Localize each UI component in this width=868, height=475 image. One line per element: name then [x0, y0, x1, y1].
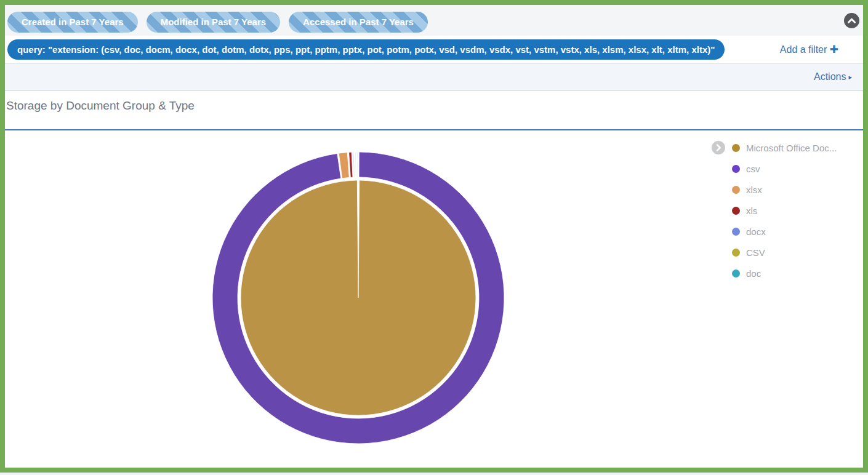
legend-swatch	[732, 228, 740, 236]
legend-label: csv	[746, 164, 760, 174]
legend-label: Microsoft Office Doc...	[746, 143, 837, 153]
legend-swatch	[732, 144, 740, 152]
collapse-button[interactable]	[844, 13, 859, 28]
legend-swatch	[732, 165, 740, 173]
panel-title: Storage by Document Group & Type	[6, 99, 195, 113]
chart-panel: Microsoft Office Doc...csvxlsxxlsdocxCSV…	[5, 129, 863, 468]
legend-item[interactable]: xls	[711, 203, 859, 218]
legend-label: xlsx	[746, 185, 762, 195]
legend-label: docx	[746, 226, 766, 237]
actions-button[interactable]: Actions ▸	[814, 71, 852, 82]
legend-indent	[711, 182, 726, 197]
chart-slice-CSV[interactable]	[355, 152, 356, 177]
query-filter-pill[interactable]: query: "extension: (csv, doc, docm, docx…	[7, 39, 725, 60]
chart-slice-Microsoft Office Doc...[interactable]	[241, 180, 476, 415]
filter-bar: Created in Past 7 YearsModified in Past …	[5, 5, 863, 36]
actions-arrow-icon: ▸	[848, 73, 852, 81]
filter-pill-list: Created in Past 7 YearsModified in Past …	[7, 12, 428, 33]
query-bar: query: "extension: (csv, doc, docm, docx…	[5, 36, 863, 63]
add-filter-button[interactable]: Add a filter ✚	[780, 43, 838, 56]
chart-slice-docx[interactable]	[353, 152, 355, 177]
chart-legend: Microsoft Office Doc...csvxlsxxlsdocxCSV…	[711, 140, 859, 287]
filter-pill[interactable]: Modified in Past 7 Years	[147, 12, 280, 33]
page: Created in Past 7 YearsModified in Past …	[0, 0, 868, 473]
legend-indent	[711, 203, 726, 218]
legend-indent	[711, 266, 726, 281]
title-row: Storage by Document Group & Type	[5, 90, 863, 129]
legend-label: doc	[746, 268, 761, 279]
chart-slice-doc[interactable]	[357, 152, 358, 177]
legend-item[interactable]: xlsx	[711, 182, 859, 197]
legend-swatch	[732, 269, 740, 277]
add-filter-label: Add a filter	[780, 44, 827, 55]
legend-item[interactable]: csv	[711, 161, 859, 176]
chevron-up-icon	[844, 13, 859, 28]
actions-bar: Actions ▸	[5, 63, 863, 90]
legend-item[interactable]: Microsoft Office Doc...	[711, 140, 859, 155]
legend-indent	[711, 245, 726, 260]
legend-item[interactable]: CSV	[711, 245, 859, 260]
legend-swatch	[732, 249, 740, 257]
legend-indent	[711, 161, 726, 176]
legend-indent	[711, 224, 726, 239]
legend-swatch	[732, 207, 740, 215]
filter-pill[interactable]: Accessed in Past 7 Years	[289, 12, 428, 33]
legend-swatch	[732, 186, 740, 194]
plus-icon: ✚	[830, 44, 838, 55]
filter-pill[interactable]: Created in Past 7 Years	[7, 12, 138, 33]
actions-label: Actions	[814, 71, 846, 82]
chart-slice-xls[interactable]	[349, 152, 353, 177]
legend-item[interactable]: docx	[711, 224, 859, 239]
legend-label: CSV	[746, 247, 765, 258]
legend-label: xls	[746, 206, 757, 216]
chevron-right-icon[interactable]	[711, 140, 726, 155]
legend-item[interactable]: doc	[711, 266, 859, 281]
